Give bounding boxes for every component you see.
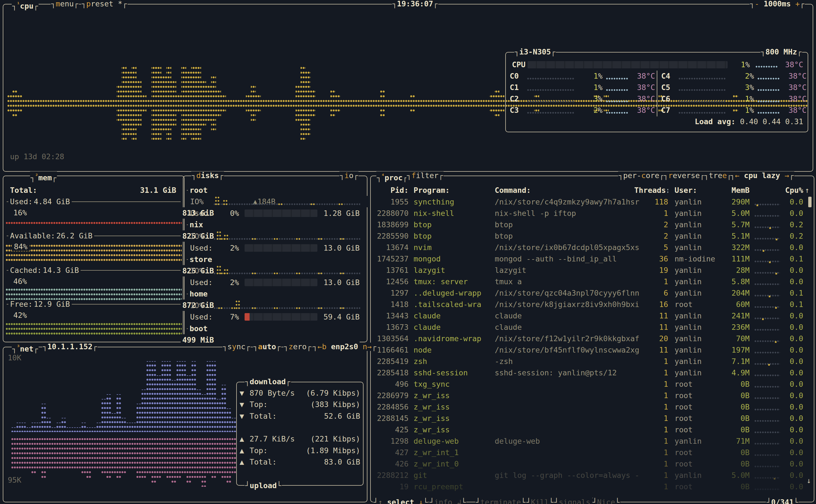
terminate-button[interactable]: terminate [475,498,526,504]
process-threads: 1 [634,378,668,390]
column-header-program[interactable]: Program: [414,184,450,196]
column-header-command[interactable]: Command: [495,184,531,196]
net-auto-button[interactable]: auto [253,343,281,351]
cpu-panel-label: cpu [20,2,34,10]
process-cpu-minigraph [754,340,780,343]
process-row[interactable]: 1298deluge-webdeluge-web1yanlin71M0.0 [373,435,812,447]
disks-io-mode-button[interactable]: io [339,171,359,180]
process-row[interactable]: 13673claudeclaude11yanlin236M0.0 [373,321,812,333]
prev-interface-button[interactable]: ←b [317,342,327,351]
process-row[interactable]: 2288145z_wr_iss1root0B0.0 [373,413,812,424]
tree-toggle[interactable]: tree [704,171,732,180]
process-row[interactable]: 1418.tailscaled-wra/nix/store/k8jgiaxrz8… [373,299,812,310]
process-program: deluge-web [414,435,459,447]
process-row[interactable]: 13761lazygitlazygit19yanlin28M0.0 [373,265,812,276]
signals-button[interactable]: signals [554,498,595,504]
column-header-threads[interactable]: Threads: [634,184,668,196]
process-row[interactable]: 1838699btopbtop2yanlin5.7M0.2 [373,219,812,230]
cpu-panel-title[interactable]: ¹cpu [12,0,39,10]
core-row-c5: C53%38°C [660,82,808,93]
process-cpu: 0.0 [780,390,803,401]
process-mem: 111M [719,253,750,265]
process-command: deluge-web [495,435,650,447]
reverse-toggle[interactable]: reverse [663,171,705,180]
next-interface-button[interactable]: n→ [363,342,372,351]
process-row[interactable]: 2288070nix-shellnix-shell -p iftop1yanli… [373,208,812,219]
process-user: yanlin [675,435,716,447]
process-command: git log --graph --color=always - [495,470,650,481]
process-row[interactable]: 1166461node/nix/store/bf45nflf0wylnscwwa… [373,344,812,356]
process-program: claude [414,321,441,333]
per-core-toggle[interactable]: per-core [618,171,665,180]
process-threads: 1 [634,481,668,492]
disk-io-label: IO% [190,300,204,311]
process-row[interactable]: 13674nvim/nix/store/ix0b67dcdpl05xpagx5x… [373,242,812,253]
interval-decrease-button[interactable]: - [755,0,759,8]
process-user: root [675,413,716,424]
process-command: /nix/store/ix0b67dcdpl05xpagx5xs [495,242,650,253]
disk-used-label: Used: [190,311,213,323]
disks-panel-title[interactable]: disks [191,171,224,180]
process-cpu: 0.0 [780,196,803,208]
column-header-cpu[interactable]: Cpu% [768,184,803,196]
process-row[interactable]: 496txg_sync1root0B0.0 [373,378,812,390]
process-threads: 2 [634,230,668,242]
process-row[interactable]: 2284856z_wr_iss1root0B0.0 [373,401,812,413]
process-row[interactable]: 427z_wr_int_11root0B0.0 [373,447,812,458]
disk-used-meter [245,209,317,217]
net-interface-switcher: ←b enp2s0 n→ [312,343,377,351]
column-header-user[interactable]: User: [675,184,697,196]
process-row[interactable]: 1745237mongodmongod --auth --bind_ip_all… [373,253,812,265]
nice-button[interactable]: Nice [592,498,620,504]
process-mem: 7.1M [719,356,750,367]
process-program: rcu_preempt [414,481,463,492]
process-row[interactable]: 19rcu_preempt1root0B0.0 [373,481,812,492]
process-scrollbar-thumb[interactable] [808,197,812,207]
scroll-down-icon[interactable]: ↓ [807,476,811,485]
select-down-icon[interactable]: ↓ [419,498,423,504]
process-row[interactable]: 1955syncthing/nix/store/c4q9zmkzy9awy7h7… [373,196,812,208]
process-mem: 5.0M [719,208,750,219]
process-threads: 11 [634,321,668,333]
process-row[interactable]: 1303564.navidrome-wrap/nix/store/f12w1yi… [373,333,812,344]
process-threads: 1 [634,470,668,481]
process-row[interactable]: 1297..deluged-wrapp/nix/store/qzc04a3npl… [373,287,812,299]
disk-name-row-root: root▲184B813 GiB [186,184,365,196]
filter-button[interactable]: filter [406,171,444,180]
sort-direction-icon: ↑ [805,184,809,196]
process-row[interactable]: 2285418sshd-sessionsshd-session: yanlin@… [373,367,812,378]
net-sync-button[interactable]: sync [222,343,251,351]
process-row[interactable]: 13443claudeclaude11yanlin241M0.0 [373,310,812,321]
interval-increase-button[interactable]: + [795,0,800,8]
process-row[interactable]: 2285590btopbtop2yanlin5.1M0.2 [373,230,812,242]
network-panel-title[interactable]: ³net [12,343,39,353]
mem-free-percent: 42% [13,311,27,320]
select-up-icon[interactable]: ↑ [378,498,382,504]
process-row[interactable]: 12456tmux: servertmux a1yanlin5.8M0.0 [373,276,812,287]
process-row[interactable]: 2286979z_wr_iss1root0B0.0 [373,390,812,401]
preset-button[interactable]: preset * [81,0,128,8]
core-usage-graph [527,100,574,103]
sort-prev-button[interactable]: ← [735,171,739,180]
menu-button[interactable]: menu [51,0,79,8]
core-row-c7: C71%38°C [660,104,808,116]
kill-button[interactable]: Kill [526,498,554,504]
process-row[interactable]: 2288212gitgit log --graph --color=always… [373,470,812,481]
process-user: root [675,299,716,310]
upload-speed-row: ▲ 27.7 KiB/s (221 Kibps) [239,433,361,445]
process-row[interactable]: 2285419zsh-zsh1yanlin7.1M0.0 [373,356,812,367]
process-row[interactable]: 426z_wr_int_01root0B0.0 [373,458,812,470]
process-panel-title[interactable]: ⁴proc [376,171,408,182]
process-mem: 0B [719,424,750,435]
column-header-memb[interactable]: MemB [719,184,750,196]
process-cpu-minigraph [754,396,780,400]
core-percent: 1% [575,82,603,93]
info-button[interactable]: info ↲ [429,498,466,504]
memory-panel-title[interactable]: ²mem [30,171,57,182]
download-arrow-icon: ▼ [240,410,244,422]
io-burst [338,203,343,206]
sort-next-button[interactable]: → [785,171,789,180]
column-header-pid[interactable]: Pid: [373,184,409,196]
net-zero-button[interactable]: zero [283,343,312,351]
process-row[interactable]: 425z_wr_iss1root0B0.0 [373,424,812,435]
